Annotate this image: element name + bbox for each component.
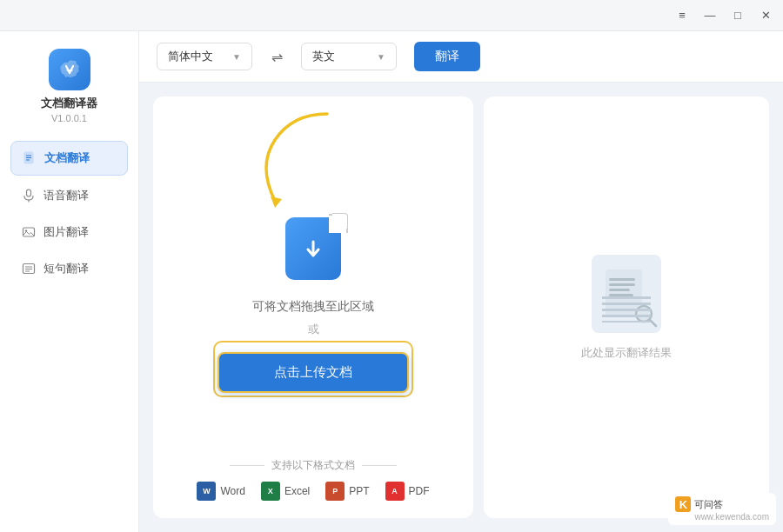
- content-area: 简体中文 ▼ ⇌ 英文 ▼ 翻译: [139, 31, 783, 532]
- sidebar-label-voice-translate: 语音翻译: [44, 188, 89, 203]
- toolbar: 简体中文 ▼ ⇌ 英文 ▼ 翻译: [139, 31, 783, 83]
- sidebar-item-image-translate[interactable]: 图片翻译: [10, 216, 128, 249]
- translate-button[interactable]: 翻译: [414, 42, 480, 71]
- format-word: W Word: [197, 482, 244, 501]
- main-layout: 文档翻译器 V1.0.0.1 文档翻译: [0, 31, 783, 532]
- titlebar: ≡ — □ ✕: [0, 0, 783, 31]
- svg-marker-12: [271, 196, 282, 208]
- sidebar-item-doc-translate[interactable]: 文档翻译: [10, 141, 128, 176]
- word-icon: W: [197, 482, 216, 501]
- source-lang-select[interactable]: 简体中文 ▼: [157, 43, 252, 70]
- sidebar-label-doc-translate: 文档翻译: [44, 150, 90, 166]
- sidebar-label-sentence-translate: 短句翻译: [44, 261, 89, 276]
- excel-label: Excel: [284, 485, 310, 497]
- drop-zone-icon: [285, 217, 341, 280]
- panels: 可将文档拖拽至此区域 或 点击上传文档 支持以下格式文档 W Word X: [139, 83, 783, 532]
- pdf-icon: A: [385, 482, 405, 501]
- supported-formats: 支持以下格式文档 W Word X Excel P PPT: [153, 458, 473, 501]
- nav-items: 文档翻译 语音翻译: [0, 141, 138, 285]
- excel-icon: X: [261, 482, 280, 501]
- format-pdf: A PDF: [385, 482, 430, 501]
- upload-panel: 可将文档拖拽至此区域 或 点击上传文档 支持以下格式文档 W Word X: [153, 96, 473, 518]
- result-hint: 此处显示翻译结果: [581, 345, 672, 361]
- result-panel: 此处显示翻译结果: [484, 96, 769, 518]
- k-badge: K: [675, 496, 691, 512]
- watermark-site-name: 可问答: [694, 498, 723, 511]
- text-icon: [21, 261, 37, 276]
- watermark-url: www.kewenda.com: [694, 512, 769, 522]
- svg-rect-4: [27, 190, 31, 196]
- word-label: Word: [220, 485, 244, 497]
- svg-rect-15: [609, 283, 635, 286]
- upload-btn-wrapper: 点击上传文档: [213, 341, 413, 397]
- watermark: K 可问答 www.kewenda.com: [668, 493, 776, 525]
- or-text: 或: [308, 322, 319, 337]
- watermark-logo: K 可问答: [675, 496, 723, 512]
- maximize-button[interactable]: □: [731, 9, 745, 23]
- drop-text: 可将文档拖拽至此区域: [252, 294, 374, 318]
- svg-rect-16: [609, 289, 630, 291]
- sidebar-item-voice-translate[interactable]: 语音翻译: [10, 179, 128, 212]
- formats-label: 支持以下格式文档: [230, 458, 397, 473]
- mic-icon: [21, 188, 37, 203]
- minimize-button[interactable]: —: [703, 9, 717, 23]
- source-lang-arrow: ▼: [232, 52, 241, 62]
- sidebar: 文档翻译器 V1.0.0.1 文档翻译: [0, 31, 139, 532]
- sidebar-item-sentence-translate[interactable]: 短句翻译: [10, 252, 128, 285]
- svg-rect-14: [609, 278, 635, 281]
- logo-area: 文档翻译器 V1.0.0.1: [41, 49, 97, 123]
- target-lang-arrow: ▼: [377, 52, 385, 62]
- image-icon: [21, 224, 37, 240]
- ppt-icon: P: [325, 482, 345, 501]
- menu-icon[interactable]: ≡: [675, 9, 689, 23]
- source-lang-label: 简体中文: [168, 49, 213, 64]
- app-logo: [49, 49, 90, 90]
- svg-point-18: [636, 306, 652, 322]
- format-excel: X Excel: [261, 482, 310, 501]
- app-title: 文档翻译器: [41, 96, 97, 111]
- format-ppt: P PPT: [325, 482, 369, 501]
- svg-rect-6: [23, 228, 35, 236]
- upload-button[interactable]: 点击上传文档: [218, 352, 409, 393]
- target-lang-label: 英文: [312, 49, 335, 64]
- result-placeholder: [592, 255, 661, 333]
- swap-button[interactable]: ⇌: [263, 43, 291, 70]
- pdf-label: PDF: [409, 485, 430, 497]
- ppt-label: PPT: [349, 485, 369, 497]
- close-button[interactable]: ✕: [759, 9, 773, 23]
- doc-icon: [22, 150, 37, 166]
- svg-rect-17: [609, 294, 633, 296]
- format-icons: W Word X Excel P PPT A P: [197, 482, 429, 501]
- svg-rect-13: [606, 269, 642, 316]
- sidebar-label-image-translate: 图片翻译: [44, 224, 89, 240]
- svg-line-19: [650, 320, 656, 326]
- target-lang-select[interactable]: 英文 ▼: [301, 43, 397, 70]
- app-version: V1.0.0.1: [51, 113, 87, 123]
